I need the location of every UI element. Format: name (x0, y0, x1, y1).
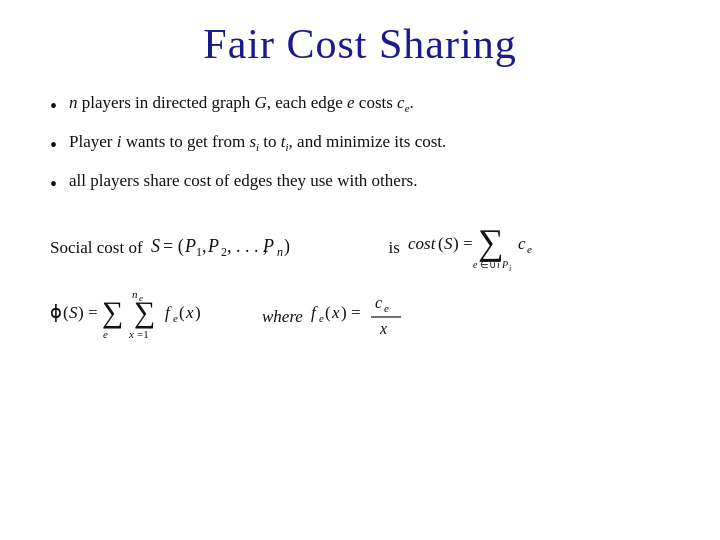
svg-text:n: n (132, 288, 138, 300)
svg-text:x: x (379, 320, 387, 337)
bullet-dot-2: • (50, 130, 57, 160)
svg-text:): ) (195, 303, 201, 322)
svg-text:x: x (185, 303, 194, 322)
svg-text:f: f (165, 303, 172, 322)
svg-text:, . . . ,: , . . . , (227, 236, 268, 256)
svg-text:(: ( (325, 303, 331, 322)
svg-text:e: e (527, 243, 532, 255)
svg-text:(: ( (179, 303, 185, 322)
svg-text:e: e (319, 312, 324, 324)
social-cost-section: Social cost of S = ( P 1 , P 2 , . . . ,… (50, 219, 680, 350)
svg-text:x: x (128, 328, 134, 340)
svg-text:∑: ∑ (478, 222, 504, 262)
slide-title: Fair Cost Sharing (40, 20, 680, 68)
svg-text:i: i (497, 259, 500, 270)
bullet-item-2: • Player i wants to get from si to ti, a… (50, 129, 680, 160)
social-label: Social cost of (50, 238, 143, 258)
svg-text:P: P (207, 236, 219, 256)
bullet-item-1: • n players in directed graph G, each ed… (50, 90, 680, 121)
bullet-text-3: all players share cost of edges they use… (69, 168, 417, 194)
fe-formula-svg: f e ( x ) = c e x (311, 284, 421, 346)
bullet-dot-3: • (50, 169, 57, 199)
svg-text:P: P (262, 236, 274, 256)
svg-text:S: S (69, 303, 78, 322)
svg-text:S: S (444, 234, 453, 253)
bullet-item-3: • all players share cost of edges they u… (50, 168, 680, 199)
cost-formula: cost ( S ) = ∑ e ∈ ∪ i P i c e (408, 219, 618, 276)
svg-text:cost: cost (408, 234, 437, 253)
svg-text:∑: ∑ (102, 295, 123, 329)
svg-text:∑: ∑ (134, 295, 155, 329)
bullet-text-1: n players in directed graph G, each edge… (69, 90, 414, 117)
svg-text:e: e (139, 293, 143, 303)
svg-text:e: e (384, 302, 389, 314)
bullet-dot-1: • (50, 91, 57, 121)
social-cost-line1: Social cost of S = ( P 1 , P 2 , . . . ,… (50, 219, 680, 276)
bullet-list: • n players in directed graph G, each ed… (50, 90, 680, 199)
svg-text:∈: ∈ (480, 259, 489, 270)
fe-formula: f e ( x ) = c e x (311, 284, 421, 350)
svg-text:i: i (509, 264, 511, 271)
svg-text:f: f (311, 303, 318, 322)
slide-container: Fair Cost Sharing • n players in directe… (0, 0, 720, 540)
svg-text:S: S (151, 236, 160, 256)
svg-text:x: x (331, 303, 340, 322)
phi-formula: ϕ ( S ) = ∑ e ∑ n e x =1 f (50, 284, 250, 350)
svg-text:c: c (375, 294, 382, 311)
bullet-text-2: Player i wants to get from si to ti, and… (69, 129, 446, 156)
svg-text:e: e (473, 259, 478, 270)
svg-text:P: P (184, 236, 196, 256)
svg-text:e: e (173, 312, 178, 324)
is-label: is (389, 238, 400, 258)
svg-text:c: c (518, 234, 526, 253)
svg-text:P: P (501, 259, 508, 270)
set-formula: S = ( P 1 , P 2 , . . . , P n ) (151, 228, 381, 267)
cost-formula-svg: cost ( S ) = ∑ e ∈ ∪ i P i c e (408, 219, 618, 271)
svg-text:=1: =1 (137, 328, 149, 340)
phi-formula-svg: ϕ ( S ) = ∑ e ∑ n e x =1 f (50, 284, 250, 346)
set-formula-svg: S = ( P 1 , P 2 , . . . , P n ) (151, 228, 381, 262)
svg-text:) =: ) = (78, 303, 98, 322)
svg-text:,: , (202, 236, 207, 256)
svg-text:): ) (284, 236, 290, 257)
svg-text:ϕ: ϕ (50, 302, 62, 322)
where-label: where (262, 307, 303, 327)
svg-text:) =: ) = (453, 234, 473, 253)
svg-text:e: e (103, 328, 108, 340)
svg-text:∪: ∪ (489, 259, 496, 270)
social-cost-line2: ϕ ( S ) = ∑ e ∑ n e x =1 f (50, 284, 680, 350)
svg-text:n: n (277, 245, 283, 259)
svg-text:) =: ) = (341, 303, 361, 322)
svg-text:= (: = ( (163, 236, 184, 257)
